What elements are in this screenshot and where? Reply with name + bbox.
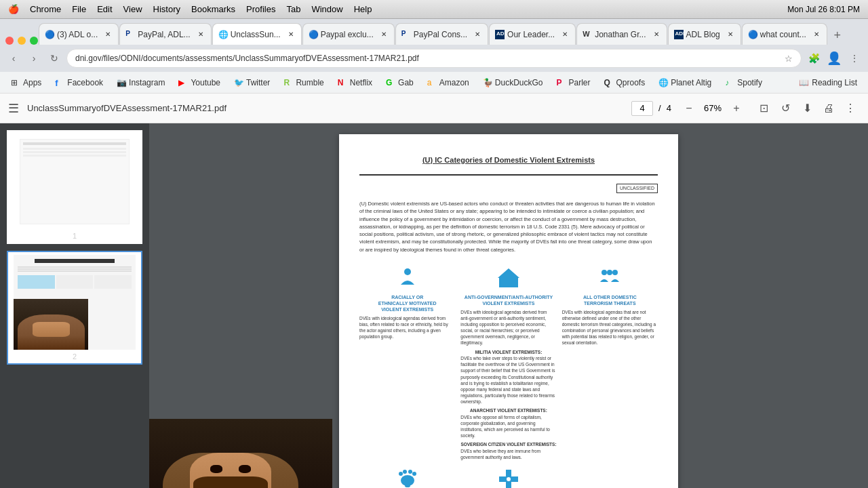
download-button[interactable]: ⬇ <box>797 99 816 118</box>
tab-paypal-exclu[interactable]: 🔵 Paypal exclu... ✕ <box>302 23 395 45</box>
tab-label: Jonathan Gr... <box>595 30 646 39</box>
apple-icon[interactable]: 🍎 <box>8 4 19 14</box>
bookmark-youtube[interactable]: ▶ Youtube <box>173 77 226 89</box>
edit-menu[interactable]: Edit <box>97 4 112 14</box>
tab-close-button[interactable]: ✕ <box>812 30 821 39</box>
address-bar[interactable]: dni.gov/files/ODNI/documents/assessments… <box>66 49 802 68</box>
svg-point-12 <box>405 485 410 487</box>
tab-label: Our Leader... <box>507 30 555 39</box>
more-options-button[interactable]: ⋮ <box>841 99 860 118</box>
bookmark-twitter[interactable]: 🐦 Twitter <box>229 77 275 89</box>
bookmark-rumble[interactable]: R Rumble <box>278 77 329 89</box>
file-menu[interactable]: File <box>72 4 86 14</box>
parler-favicon: P <box>556 78 566 87</box>
pdf-content-area: 1 <box>0 123 868 488</box>
traffic-lights <box>5 37 38 45</box>
apps-favicon: ⊞ <box>11 78 20 87</box>
zoom-out-button[interactable]: − <box>679 99 698 118</box>
profile-icon[interactable]: 👤 <box>826 50 842 66</box>
categories-grid-bottom: ANIMAL RIGHTS/ENVIRONMENTALVIOLENT EXTRE… <box>359 466 658 488</box>
svg-point-9 <box>403 470 407 474</box>
minimize-window-button[interactable] <box>18 37 26 45</box>
fit-page-button[interactable]: ⊡ <box>754 99 773 118</box>
tab-favicon: 🔵 <box>45 30 54 39</box>
bookmark-gab[interactable]: G Gab <box>380 77 419 89</box>
bookmark-icon[interactable]: ☆ <box>785 54 793 64</box>
tab-paypal-adl[interactable]: P PayPal, ADL... ✕ <box>119 23 211 45</box>
pdf-main-view[interactable]: (U) IC Categories of Domestic Violent Ex… <box>149 123 868 488</box>
bookmark-label: Parler <box>568 78 590 87</box>
tab-unclass-sum[interactable]: 🌐 UnclassSun... ✕ <box>212 23 302 45</box>
bookmark-amazon[interactable]: a Amazon <box>422 77 475 89</box>
mac-system-icons: Mon Jul 26 8:01 PM <box>787 5 860 14</box>
tab-favicon: 🔵 <box>748 30 757 39</box>
chrome-menu-button[interactable]: ⋮ <box>846 50 863 66</box>
help-menu[interactable]: Help <box>354 4 372 14</box>
pdf-thumbnail-2[interactable]: 2 <box>7 251 142 365</box>
rotate-button[interactable]: ↺ <box>776 99 795 118</box>
bookmark-spotify[interactable]: ♪ Spotify <box>719 77 768 89</box>
tab-paypal-cons[interactable]: P PayPal Cons... ✕ <box>395 23 488 45</box>
page-separator: / <box>658 103 661 113</box>
tab-close-button[interactable]: ✕ <box>286 30 296 39</box>
tab-close-button[interactable]: ✕ <box>379 30 389 39</box>
back-button[interactable]: ‹ <box>5 50 22 66</box>
tab-what-count[interactable]: 🔵 what count... ✕ <box>742 23 827 45</box>
page-number-input[interactable] <box>631 101 653 116</box>
close-window-button[interactable] <box>5 37 14 45</box>
maximize-window-button[interactable] <box>30 37 38 45</box>
print-button[interactable]: 🖨 <box>819 99 838 118</box>
history-menu[interactable]: History <box>153 4 180 14</box>
omnibox-actions: ☆ <box>785 54 793 64</box>
tab-adl-1[interactable]: 🔵 (3) ADL o... ✕ <box>39 23 119 45</box>
thumbnail-number-1: 1 <box>73 232 77 240</box>
bookmark-planet-altig[interactable]: 🌐 Planet Altig <box>653 77 717 89</box>
tab-close-button[interactable]: ✕ <box>103 30 113 39</box>
animal-rights-icon <box>394 466 421 488</box>
extensions-icon[interactable]: 🧩 <box>806 50 822 66</box>
bookmark-label: Rumble <box>296 78 323 87</box>
bookmark-label: Apps <box>23 78 41 87</box>
tab-label: UnclassSun... <box>231 30 281 39</box>
twitter-favicon: 🐦 <box>234 78 243 87</box>
profiles-menu[interactable]: Profiles <box>246 4 275 14</box>
bookmark-instagram[interactable]: 📷 Instagram <box>111 77 170 89</box>
netflix-favicon: N <box>338 78 347 87</box>
tab-menu[interactable]: Tab <box>286 4 300 14</box>
bookmark-parler[interactable]: P Parler <box>551 77 595 89</box>
tab-close-button[interactable]: ✕ <box>652 30 661 39</box>
zoom-in-button[interactable]: + <box>727 99 746 118</box>
window-menu[interactable]: Window <box>311 4 342 14</box>
bookmark-facebook[interactable]: f Facebook <box>50 77 108 89</box>
bookmark-label: Twitter <box>246 78 270 87</box>
bookmark-label: Facebook <box>67 78 103 87</box>
tab-our-leaders[interactable]: ADL Our Leader... ✕ <box>489 23 576 45</box>
tab-close-button[interactable]: ✕ <box>560 30 570 39</box>
bookmark-duckduckgo[interactable]: 🦆 DuckDuckGo <box>477 77 549 89</box>
tab-close-button[interactable]: ✕ <box>473 30 482 39</box>
tab-close-button[interactable]: ✕ <box>726 30 735 39</box>
forward-button[interactable]: › <box>26 50 42 66</box>
bookmark-label: Amazon <box>439 78 469 87</box>
tab-label: (3) ADL o... <box>57 30 98 39</box>
qproofs-favicon: Q <box>604 78 614 87</box>
pdf-page-inner: (U) IC Categories of Domestic Violent Ex… <box>339 134 678 488</box>
reading-list-button[interactable]: 📖 Reading List <box>793 77 863 89</box>
sovereign-body: DVEs who believe they are immune from go… <box>460 448 556 460</box>
pdf-thumbnail-1[interactable]: 1 <box>7 130 142 244</box>
thumbnail-image-1 <box>14 134 136 229</box>
thumb-content-1 <box>14 134 136 229</box>
chrome-menu[interactable]: Chrome <box>30 4 61 14</box>
pdf-toolbar: ☰ UnclassSummaryofDVEAssessment-17MAR21.… <box>0 94 868 123</box>
bookmark-qproofs[interactable]: Q Qproofs <box>599 77 651 89</box>
reload-button[interactable]: ↻ <box>46 50 62 66</box>
bookmark-netflix[interactable]: N Netflix <box>332 77 378 89</box>
view-menu[interactable]: View <box>123 4 142 14</box>
tab-close-button[interactable]: ✕ <box>196 30 205 39</box>
bookmark-apps[interactable]: ⊞ Apps <box>5 77 47 89</box>
pdf-menu-button[interactable]: ☰ <box>8 101 19 116</box>
new-tab-button[interactable]: + <box>828 26 847 45</box>
tab-adl-blog[interactable]: ADL ADL Blog ✕ <box>668 23 741 45</box>
tab-jonathan-gr[interactable]: W Jonathan Gr... ✕ <box>576 23 667 45</box>
bookmarks-menu[interactable]: Bookmarks <box>191 4 235 14</box>
